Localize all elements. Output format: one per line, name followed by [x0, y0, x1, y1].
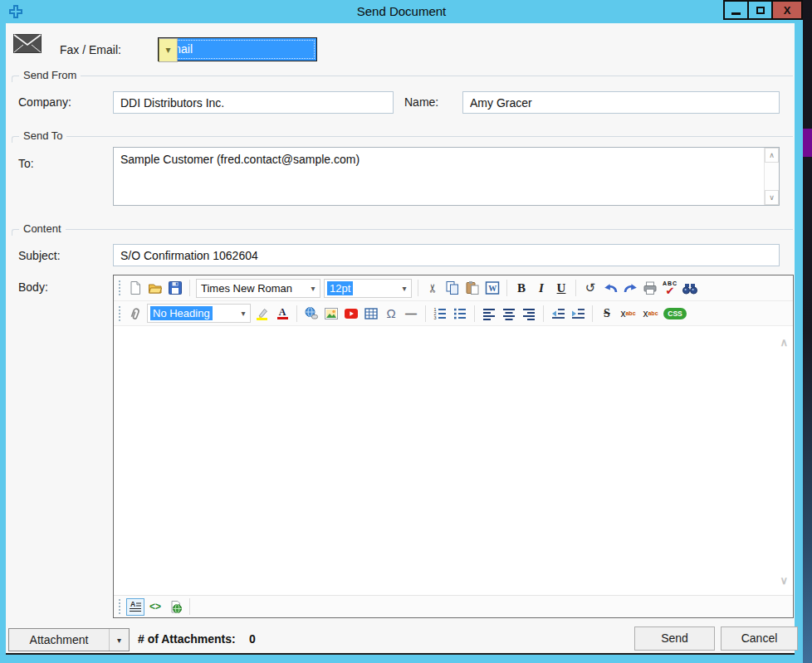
- preview-icon[interactable]: [166, 598, 184, 616]
- chevron-down-icon[interactable]: ▾: [159, 38, 178, 62]
- send-from-group: Send From: [12, 76, 793, 82]
- new-document-icon[interactable]: [125, 278, 145, 298]
- company-label: Company:: [18, 95, 71, 109]
- chevron-down-icon[interactable]: ▾: [306, 284, 320, 293]
- background-accent-bar: [803, 129, 812, 157]
- toolbar-separator: [474, 305, 475, 322]
- send-to-legend: Send To: [19, 129, 66, 142]
- toolbar-separator: [575, 280, 576, 296]
- strikethrough-icon[interactable]: S: [597, 304, 617, 324]
- copy-icon[interactable]: [443, 278, 462, 298]
- horizontal-rule-icon[interactable]: —: [401, 304, 421, 324]
- chevron-down-icon[interactable]: ▾: [398, 284, 411, 293]
- design-view-icon[interactable]: A: [126, 598, 144, 616]
- editor-toolbar-1: Times New Roman ▾ 12pt ▾ ✂ W B I: [114, 275, 793, 301]
- attachments-count-label: # of Attachments:: [138, 632, 236, 646]
- superscript-icon[interactable]: xabc: [617, 304, 639, 324]
- toolbar-separator: [418, 280, 418, 296]
- toolbar-separator: [506, 280, 507, 296]
- content-group: Content: [12, 229, 793, 236]
- paste-icon[interactable]: [462, 278, 482, 298]
- css-icon[interactable]: CSS: [662, 304, 688, 324]
- save-icon[interactable]: [165, 278, 185, 298]
- attachment-button[interactable]: Attachment ▾: [8, 628, 130, 651]
- attachment-button-label: Attachment: [9, 629, 109, 651]
- paste-from-word-icon[interactable]: W: [482, 278, 502, 298]
- font-color-icon[interactable]: A: [272, 304, 292, 324]
- fax-email-dropdown[interactable]: Email ▾: [158, 37, 317, 61]
- undo-icon[interactable]: [600, 278, 620, 298]
- special-character-icon[interactable]: Ω: [381, 304, 401, 324]
- toolbar-separator: [543, 305, 544, 322]
- indent-icon[interactable]: [568, 304, 588, 324]
- insert-table-icon[interactable]: [361, 304, 381, 324]
- outdent-icon[interactable]: [548, 304, 568, 324]
- maximize-button[interactable]: [747, 0, 773, 20]
- titlebar[interactable]: Send Document X: [0, 0, 803, 23]
- send-button[interactable]: Send: [634, 626, 715, 651]
- svg-text:3: 3: [434, 315, 437, 320]
- cancel-button[interactable]: Cancel: [721, 626, 798, 651]
- toolbar-separator: [296, 305, 297, 322]
- subscript-icon[interactable]: xabc: [639, 304, 662, 324]
- source-view-icon[interactable]: <>: [146, 598, 164, 616]
- envelope-icon: [13, 34, 42, 56]
- bullet-list-icon[interactable]: [450, 304, 470, 324]
- toolbar-grip[interactable]: [119, 306, 120, 321]
- send-from-legend: Send From: [19, 69, 81, 81]
- send-document-dialog: Send Document X Fax / Email: Email ▾ Sen…: [0, 0, 803, 663]
- align-left-icon[interactable]: [479, 304, 499, 324]
- to-scrollbar[interactable]: ∧ ∨: [764, 148, 779, 205]
- spell-check-icon[interactable]: ABC ✔: [660, 278, 680, 298]
- cut-icon[interactable]: ✂: [423, 278, 443, 298]
- attach-icon[interactable]: [125, 304, 145, 324]
- scroll-up-icon[interactable]: ∧: [765, 148, 779, 163]
- insert-video-icon[interactable]: [341, 304, 361, 324]
- chevron-down-icon[interactable]: ▾: [109, 629, 129, 651]
- chevron-down-icon[interactable]: ▾: [237, 309, 250, 318]
- send-to-group: Send To: [12, 136, 793, 143]
- underline-icon[interactable]: U: [551, 278, 571, 298]
- body-edit-area[interactable]: ∧ ∨: [114, 326, 793, 595]
- svg-text:W: W: [488, 284, 496, 293]
- editor-toolbar-2: No Heading ▾ A Ω —: [114, 301, 793, 326]
- align-right-icon[interactable]: [519, 304, 539, 324]
- screen: Send Document X Fax / Email: Email ▾ Sen…: [0, 0, 812, 663]
- numbered-list-icon[interactable]: 123: [430, 304, 450, 324]
- font-family-value: Times New Roman: [197, 282, 306, 295]
- attachments-count-value: 0: [249, 632, 256, 646]
- print-icon[interactable]: [640, 278, 660, 298]
- scroll-up-icon[interactable]: ∧: [780, 336, 788, 349]
- scroll-down-icon[interactable]: ∨: [765, 190, 779, 205]
- subject-label: Subject:: [18, 249, 61, 262]
- svg-text:A: A: [130, 600, 135, 608]
- font-family-combo[interactable]: Times New Roman ▾: [196, 279, 320, 298]
- toolbar-separator: [189, 280, 190, 296]
- refresh-icon[interactable]: ↺: [580, 278, 600, 298]
- scroll-down-icon[interactable]: ∨: [780, 574, 788, 587]
- find-icon[interactable]: [680, 278, 700, 298]
- toolbar-grip[interactable]: [119, 280, 120, 295]
- toolbar-separator: [592, 305, 593, 322]
- minimize-button[interactable]: [723, 0, 749, 20]
- close-button[interactable]: X: [771, 0, 803, 20]
- name-input[interactable]: [462, 91, 780, 114]
- italic-icon[interactable]: I: [531, 278, 551, 298]
- company-input[interactable]: [113, 91, 394, 114]
- insert-image-icon[interactable]: [321, 304, 341, 324]
- to-field[interactable]: Sample Customer (fred.contact@sample.com…: [113, 147, 780, 206]
- open-icon[interactable]: [145, 278, 165, 298]
- heading-combo[interactable]: No Heading ▾: [147, 304, 251, 323]
- insert-link-icon[interactable]: [301, 304, 321, 324]
- subject-input[interactable]: [113, 244, 780, 266]
- toolbar-separator: [425, 305, 426, 322]
- font-size-combo[interactable]: 12pt ▾: [324, 279, 412, 298]
- editor-view-bar: A <>: [114, 595, 793, 617]
- align-center-icon[interactable]: [499, 304, 519, 324]
- redo-icon[interactable]: [620, 278, 640, 298]
- bold-icon[interactable]: B: [511, 278, 531, 298]
- toolbar-separator: [189, 598, 190, 615]
- highlight-icon[interactable]: [252, 304, 272, 324]
- to-recipients[interactable]: Sample Customer (fred.contact@sample.com…: [114, 148, 764, 205]
- toolbar-grip[interactable]: [119, 599, 120, 614]
